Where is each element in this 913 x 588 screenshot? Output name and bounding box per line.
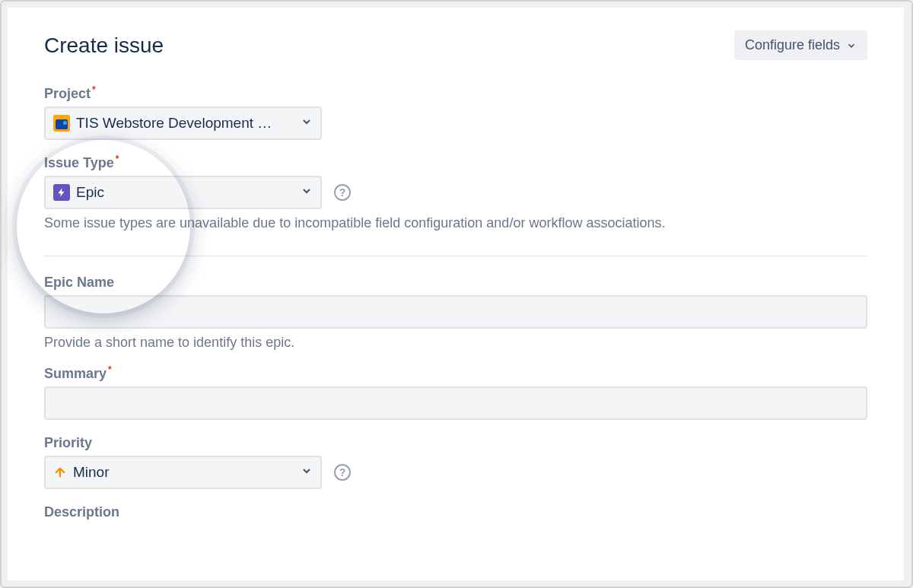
dialog-title: Create issue <box>44 33 164 58</box>
help-icon[interactable]: ? <box>334 464 351 481</box>
divider <box>44 256 867 256</box>
issue-type-helper: Some issue types are unavailable due to … <box>44 215 867 231</box>
summary-input[interactable] <box>44 386 867 420</box>
issue-type-select-value: Epic <box>76 184 301 201</box>
field-project: Project* TIS Webstore Development … <box>44 86 867 140</box>
chevron-down-icon <box>301 185 313 200</box>
field-priority: Priority Minor ? <box>44 435 867 489</box>
help-icon[interactable]: ? <box>334 184 351 201</box>
priority-minor-icon <box>53 466 67 479</box>
issue-type-select[interactable]: Epic <box>44 176 322 209</box>
priority-select-value: Minor <box>73 464 301 481</box>
field-summary: Summary* <box>44 366 867 420</box>
label-epic-name: Epic Name <box>44 275 867 291</box>
configure-fields-label: Configure fields <box>745 37 840 53</box>
epic-icon <box>53 184 70 201</box>
epic-name-input[interactable] <box>44 295 867 329</box>
label-issue-type: Issue Type* <box>44 155 867 171</box>
epic-name-helper: Provide a short name to identify this ep… <box>44 335 867 351</box>
required-icon: * <box>116 154 119 164</box>
configure-fields-button[interactable]: Configure fields <box>734 30 867 60</box>
required-icon: * <box>92 84 96 95</box>
field-epic-name: Epic Name Provide a short name to identi… <box>44 275 867 351</box>
project-select[interactable]: TIS Webstore Development … <box>44 106 322 140</box>
priority-select[interactable]: Minor <box>44 456 322 489</box>
create-issue-dialog: Create issue Configure fields Project* T… <box>8 8 904 580</box>
project-select-value: TIS Webstore Development … <box>76 115 301 132</box>
label-summary: Summary* <box>44 366 867 382</box>
required-icon: * <box>108 364 112 375</box>
chevron-down-icon <box>846 40 857 51</box>
project-avatar-icon <box>53 115 70 132</box>
field-description: Description <box>44 504 867 520</box>
field-issue-type: Issue Type* Epic ? Some issue types are … <box>44 155 867 231</box>
label-description: Description <box>44 504 867 520</box>
dialog-header: Create issue Configure fields <box>44 30 867 60</box>
chevron-down-icon <box>301 116 313 131</box>
label-priority: Priority <box>44 435 867 451</box>
chevron-down-icon <box>301 465 313 480</box>
label-project: Project* <box>44 86 867 102</box>
